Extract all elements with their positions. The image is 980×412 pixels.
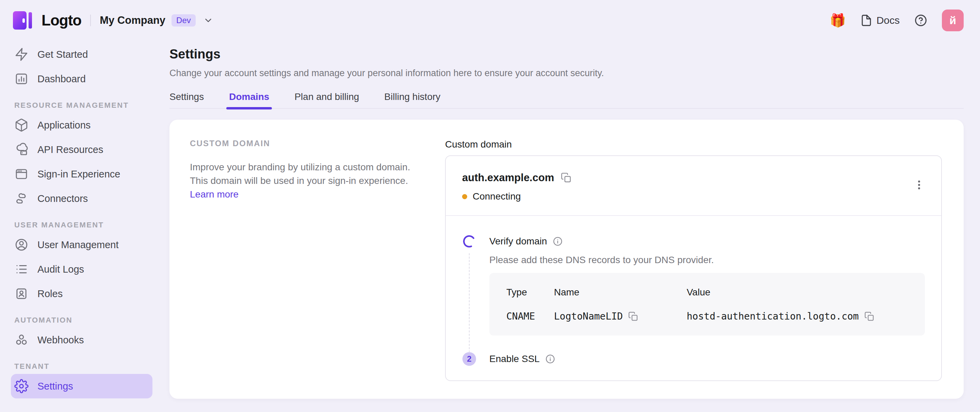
custom-domain-intro: CUSTOM DOMAIN Improve your branding by u… [190,139,411,381]
dns-record-value-text: hostd-authentication.logto.com [687,311,859,323]
dns-header-type: Type [506,287,554,298]
sidebar-item-label: Sign-in Experience [37,169,120,180]
topbar-actions: 🎁 Docs й [830,10,964,31]
dns-header-name: Name [554,287,687,298]
step-2-number: 2 [463,352,476,366]
dns-records-table: Type Name Value CNAME LogtoNameLID [489,273,925,336]
enable-ssl-title: Enable SSL [489,352,540,366]
avatar[interactable]: й [942,10,964,31]
clouds-icon [14,192,29,206]
status-dot-connecting [462,194,467,199]
logto-brand[interactable]: Logto [13,11,81,30]
domain-status: Connecting [462,191,913,202]
tab-settings[interactable]: Settings [169,91,204,108]
env-badge: Dev [172,14,196,27]
setup-steps: Verify domain Please add these DNS recor… [462,234,925,366]
sidebar-item-label: Audit Logs [37,264,84,275]
dns-header-value: Value [687,287,908,298]
section-title: CUSTOM DOMAIN [190,139,411,148]
sidebar-item-api-resources[interactable]: API Resources [11,137,153,162]
sidebar-item-connectors[interactable]: Connectors [11,186,153,211]
list-icon [14,262,29,276]
tab-bar: Settings Domains Plan and billing Billin… [169,91,964,109]
sidebar-item-webhooks[interactable]: Webhooks [11,328,153,352]
tenant-name: My Company [100,14,165,27]
sidebar-item-user-management[interactable]: User Management [11,233,153,257]
section-description-text: Improve your branding by utilizing a cus… [190,162,410,186]
step-connector-line [469,253,469,356]
webhook-icon [14,333,29,347]
enable-ssl-title-row: Enable SSL [489,352,555,366]
tab-billing-history[interactable]: Billing history [384,91,440,108]
tab-plan-and-billing[interactable]: Plan and billing [294,91,359,108]
domain-card-header: auth.example.com Connecting [446,156,941,215]
tab-domains[interactable]: Domains [229,91,269,108]
section-description: Improve your branding by utilizing a cus… [190,160,411,201]
page-description: Change your account settings and manage … [169,67,964,79]
sidebar-item-applications[interactable]: Applications [11,113,153,137]
learn-more-link[interactable]: Learn more [190,189,239,200]
sidebar-item-dashboard[interactable]: Dashboard [11,67,153,91]
copy-name-icon[interactable] [628,311,638,322]
cube-icon [14,118,29,132]
sidebar-item-label: Get Started [37,49,88,60]
step-verify-domain: Verify domain [462,234,925,249]
sidebar-item-settings[interactable]: Settings [11,374,153,398]
kebab-menu-icon[interactable] [913,179,925,191]
sidebar: Get Started Dashboard RESOURCE MANAGEMEN… [0,41,163,412]
sidebar-item-sign-in-experience[interactable]: Sign-in Experience [11,162,153,186]
file-icon [860,14,872,27]
domain-card: auth.example.com Connecting [445,155,942,381]
sidebar-item-label: Dashboard [37,73,86,85]
sidebar-section-tenant: TENANT [0,359,163,374]
step-enable-ssl: 2 Enable SSL [462,352,925,366]
bar-chart-icon [14,72,29,86]
sidebar-item-get-started[interactable]: Get Started [11,42,153,67]
app-layout: Get Started Dashboard RESOURCE MANAGEMEN… [0,41,980,412]
logo-slab-shape [29,12,32,29]
topbar-divider [90,14,91,26]
user-circle-icon [14,238,29,252]
help-icon[interactable] [914,14,928,27]
gift-icon[interactable]: 🎁 [830,14,846,27]
verify-domain-title-row: Verify domain [489,234,563,249]
sidebar-section-resource-management: RESOURCE MANAGEMENT [0,98,163,113]
domain-name: auth.example.com [462,171,554,185]
copy-domain-icon[interactable] [561,172,572,183]
verify-domain-title: Verify domain [489,234,547,249]
dns-table-header-row: Type Name Value [506,287,908,298]
topbar: Logto My Company Dev 🎁 Docs й [0,0,980,41]
docs-button[interactable]: Docs [860,14,900,27]
status-label: Connecting [473,191,521,202]
step-2-badge: 2 [462,352,476,366]
page-title: Settings [169,46,964,62]
sidebar-item-label: Connectors [37,193,88,204]
logto-logo-icon [13,11,34,30]
custom-domain-form: Custom domain auth.example.com [445,139,942,381]
domain-title-row: auth.example.com [462,171,913,185]
dns-hint: Please add these DNS records to your DNS… [489,254,925,266]
spinner-icon [462,234,476,249]
chevron-down-icon [203,15,213,25]
dns-record-name-text: LogtoNameLID [554,311,623,323]
info-icon[interactable] [545,354,555,364]
id-badge-icon [14,287,29,301]
tenant-selector[interactable]: My Company Dev [100,14,213,27]
info-icon[interactable] [553,236,563,246]
brand-name: Logto [41,12,81,29]
sidebar-item-label: API Resources [37,144,103,155]
logo-handle-shape [22,18,25,23]
sidebar-item-audit-logs[interactable]: Audit Logs [11,257,153,282]
domain-info: auth.example.com Connecting [462,171,913,202]
docs-label: Docs [877,14,900,26]
domains-panel: CUSTOM DOMAIN Improve your branding by u… [169,120,964,399]
copy-value-icon[interactable] [864,311,875,322]
custom-domain-field-label: Custom domain [445,139,942,150]
sidebar-item-label: Applications [37,120,91,131]
dns-record-type: CNAME [506,311,554,323]
sidebar-item-label: Webhooks [37,334,84,346]
sidebar-item-roles[interactable]: Roles [11,282,153,306]
cloud-server-icon [14,143,29,157]
dns-record-name: LogtoNameLID [554,311,687,323]
sidebar-item-label: Roles [37,288,63,299]
